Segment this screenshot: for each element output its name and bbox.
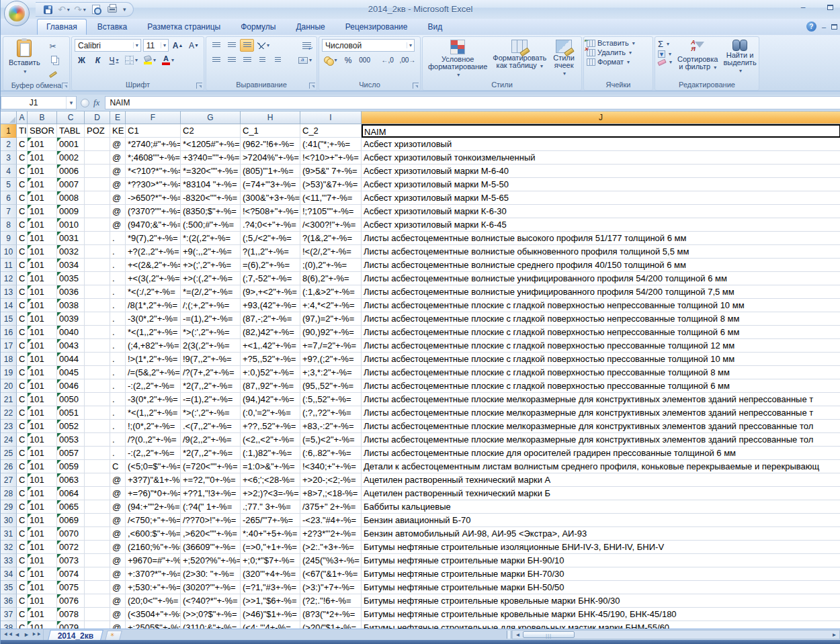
row-header-38[interactable]: 38 [1,621,17,629]
row-header-32[interactable]: 32 [1,541,17,554]
name-box[interactable]: J1 ▼ [1,96,77,109]
cell-A27[interactable]: C [17,473,28,487]
cell-J32[interactable]: Битумы нефтяные строительные изоляционны… [362,541,840,554]
cell-B33[interactable]: 101 [28,554,57,567]
cell-C20[interactable]: 0046 [57,379,85,393]
format-painter-button[interactable] [46,68,60,81]
cell-B4[interactable]: 101 [28,165,57,178]
cell-J31[interactable]: Бензин автомобильный АИ-98, АИ-95 <Экстр… [362,527,840,541]
cell-C7[interactable]: 0009 [57,205,85,218]
row-header-29[interactable]: 29 [1,500,17,514]
cell-B15[interactable]: 101 [28,312,57,326]
cell-C17[interactable]: 0043 [57,339,85,353]
cell-A18[interactable]: C [17,353,28,366]
row-header-14[interactable]: 14 [1,299,17,312]
row-header-28[interactable]: 28 [1,487,17,500]
cell-F14[interactable]: /8(1*,2"+-%= [126,299,181,312]
clear-button[interactable]: ▾ [658,59,672,65]
cell-D1[interactable]: POZ [85,124,110,138]
cell-C6[interactable]: 0008 [57,191,85,205]
cell-B23[interactable]: 101 [28,420,57,433]
cell-E9[interactable]: . [110,232,126,245]
cell-F36[interactable]: (20;0<'"+-%= [126,594,181,608]
column-header-E[interactable]: E [110,111,126,124]
cell-H21[interactable]: (94,)42"+-%= [241,393,300,406]
cell-A8[interactable]: C [17,218,28,232]
cell-I6[interactable]: (<11,"'7+-%= [300,191,362,205]
cell-G12[interactable]: +>(:(,2"+-%= [181,272,241,285]
cut-button[interactable]: ✂ [46,40,60,52]
cell-E31[interactable]: @ [110,527,126,541]
cell-I3[interactable]: !<?10>+"+-%= [300,151,362,165]
cell-B18[interactable]: 101 [28,353,57,366]
restore-workbook-button[interactable] [831,23,837,31]
borders-button[interactable]: ▾ [123,54,140,66]
cell-G3[interactable]: +3?40=""+-%= [181,151,241,165]
cell-A33[interactable]: C [17,554,28,567]
cell-J30[interactable]: Бензин авиационный Б-70 [362,514,840,527]
cell-I18[interactable]: +9?,(;2"+-%= [300,353,362,366]
cell-B27[interactable]: 101 [28,473,57,487]
cell-H25[interactable]: (:1,)82"+-%= [241,447,300,460]
cell-G27[interactable]: +=?2,"'0+-%= [181,473,241,487]
cell-D10[interactable] [85,245,110,259]
ribbon-tab-рецензирование[interactable]: Рецензирование [336,19,417,35]
cell-A3[interactable]: C [17,151,28,165]
column-header-J[interactable]: J [362,111,840,124]
cell-F32[interactable]: (2160;%"+-%= [126,541,181,554]
cell-E14[interactable]: . [110,299,126,312]
cell-A17[interactable]: C [17,339,28,353]
underline-button[interactable]: Ч▾ [107,54,121,66]
scroll-left-arrow-icon[interactable]: ◄ [513,631,523,639]
cell-G14[interactable]: /;(;+,2"+-%= [181,299,241,312]
row-header-19[interactable]: 19 [1,366,17,379]
cell-A35[interactable]: C [17,581,28,594]
cell-H19[interactable]: +:0,)52"+-%= [241,366,300,379]
row-header-12[interactable]: 12 [1,272,17,285]
cell-E20[interactable]: . [110,379,126,393]
row-header-23[interactable]: 23 [1,420,17,433]
cell-B37[interactable]: 101 [28,608,57,621]
cell-F26[interactable]: (<5;0=$"+-%= [126,460,181,473]
cell-H20[interactable]: (87,,92"+-%= [241,379,300,393]
cell-G29[interactable]: (:?4(" 1+-%= [181,500,241,514]
cell-A30[interactable]: C [17,514,28,527]
cell-D26[interactable] [85,460,110,473]
cell-C4[interactable]: 0006 [57,165,85,178]
cell-E32[interactable]: @ [110,541,126,554]
cell-F11[interactable]: +<(2&,2"+-%= [126,259,181,272]
cell-F35[interactable]: +;530:+"+-%= [126,581,181,594]
cell-E8[interactable]: @ [110,218,126,232]
cell-J2[interactable]: Асбест хризотиловый [362,138,840,151]
ribbon-tab-формулы[interactable]: Формулы [231,19,285,35]
row-header-31[interactable]: 31 [1,527,17,541]
row-header-4[interactable]: 4 [1,165,17,178]
cell-I8[interactable]: /<300?!"+-%= [300,218,362,232]
cell-B31[interactable]: 101 [28,527,57,541]
row-header-2[interactable]: 2 [1,138,17,151]
cell-B36[interactable]: 101 [28,594,57,608]
align-left-button[interactable] [209,54,223,66]
cell-G10[interactable]: +9(:,,2"+-%= [181,245,241,259]
cell-B22[interactable]: 101 [28,406,57,420]
cell-J10[interactable]: Листы асбестоцементные волнистые обыкнов… [362,245,840,259]
cell-I37[interactable]: (8?3("*2+-%= [300,608,362,621]
cell-G37[interactable]: (>>;0?$"+-%= [181,608,241,621]
cell-C22[interactable]: 0051 [57,406,85,420]
cell-A9[interactable]: C [17,232,28,245]
paste-button[interactable]: Вставить▾ [6,39,43,81]
cell-B16[interactable]: 101 [28,326,57,339]
cell-E34[interactable]: @ [110,567,126,581]
cell-H8[interactable]: .?4;0<+"+-%= [241,218,300,232]
row-header-11[interactable]: 11 [1,259,17,272]
restore-button[interactable] [824,3,836,12]
next-sheet-button[interactable]: ► [22,631,31,638]
cell-H27[interactable]: +<6;';<28-%= [241,473,300,487]
cell-E1[interactable]: KE [110,124,126,138]
cell-F16[interactable]: *<(1,,2"+-%= [126,326,181,339]
cell-G23[interactable]: .<(7,,2"+-%= [181,420,241,433]
cell-C29[interactable]: 0065 [57,500,85,514]
row-header-6[interactable]: 6 [1,191,17,205]
cell-I10[interactable]: !<(2/,2"+-%= [300,245,362,259]
row-header-20[interactable]: 20 [1,379,17,393]
